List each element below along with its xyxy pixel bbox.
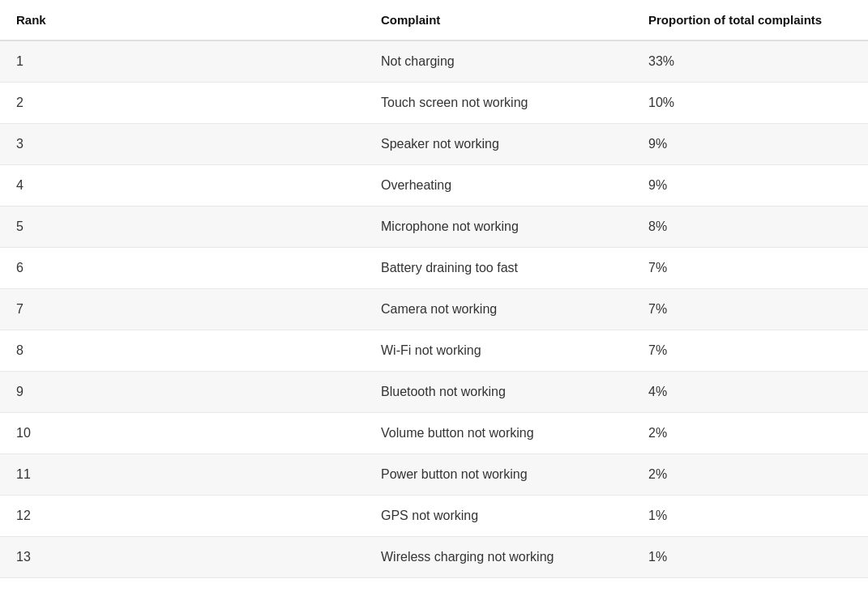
rank-cell: 8 — [0, 330, 365, 372]
proportion-cell: 9% — [632, 165, 868, 206]
proportion-cell: 8% — [632, 206, 868, 248]
table-row: 9Bluetooth not working4% — [0, 372, 868, 413]
proportion-cell: 7% — [632, 248, 868, 289]
table-row: 3Speaker not working9% — [0, 124, 868, 165]
table-row: 4Overheating9% — [0, 165, 868, 206]
complaint-cell: Camera not working — [365, 289, 632, 330]
rank-cell: 4 — [0, 165, 365, 206]
table-row: 5Microphone not working8% — [0, 206, 868, 248]
complaint-cell: Battery draining too fast — [365, 248, 632, 289]
rank-cell: 6 — [0, 248, 365, 289]
proportion-cell: 2% — [632, 413, 868, 454]
table-row: 12GPS not working1% — [0, 496, 868, 537]
complaint-cell: Bluetooth not working — [365, 372, 632, 413]
complaint-cell: Overheating — [365, 165, 632, 206]
proportion-cell: 7% — [632, 289, 868, 330]
rank-cell: 12 — [0, 496, 365, 537]
rank-cell: 13 — [0, 537, 365, 578]
rank-cell: 7 — [0, 289, 365, 330]
complaint-cell: Power button not working — [365, 454, 632, 496]
table-row: 2Touch screen not working10% — [0, 83, 868, 124]
complaint-cell: Microphone not working — [365, 206, 632, 248]
table-container: Rank Complaint Proportion of total compl… — [0, 0, 868, 578]
table-row: 8Wi-Fi not working7% — [0, 330, 868, 372]
rank-cell: 9 — [0, 372, 365, 413]
table-row: 6Battery draining too fast7% — [0, 248, 868, 289]
proportion-cell: 10% — [632, 83, 868, 124]
rank-cell: 2 — [0, 83, 365, 124]
table-row: 7Camera not working7% — [0, 289, 868, 330]
table-row: 11Power button not working2% — [0, 454, 868, 496]
proportion-cell: 1% — [632, 496, 868, 537]
complaint-cell: Wi-Fi not working — [365, 330, 632, 372]
rank-cell: 11 — [0, 454, 365, 496]
proportion-cell: 4% — [632, 372, 868, 413]
rank-cell: 10 — [0, 413, 365, 454]
complaint-cell: Speaker not working — [365, 124, 632, 165]
proportion-cell: 9% — [632, 124, 868, 165]
rank-cell: 5 — [0, 206, 365, 248]
complaint-header: Complaint — [365, 0, 632, 40]
complaint-cell: Touch screen not working — [365, 83, 632, 124]
rank-header: Rank — [0, 0, 365, 40]
proportion-cell: 33% — [632, 40, 868, 83]
rank-cell: 1 — [0, 40, 365, 83]
proportion-header: Proportion of total complaints — [632, 0, 868, 40]
rank-cell: 3 — [0, 124, 365, 165]
complaints-table: Rank Complaint Proportion of total compl… — [0, 0, 868, 578]
complaint-cell: GPS not working — [365, 496, 632, 537]
proportion-cell: 2% — [632, 454, 868, 496]
proportion-cell: 7% — [632, 330, 868, 372]
proportion-cell: 1% — [632, 537, 868, 578]
table-header-row: Rank Complaint Proportion of total compl… — [0, 0, 868, 40]
complaint-cell: Volume button not working — [365, 413, 632, 454]
complaint-cell: Not charging — [365, 40, 632, 83]
table-row: 13Wireless charging not working1% — [0, 537, 868, 578]
table-row: 1Not charging33% — [0, 40, 868, 83]
table-row: 10Volume button not working2% — [0, 413, 868, 454]
complaint-cell: Wireless charging not working — [365, 537, 632, 578]
